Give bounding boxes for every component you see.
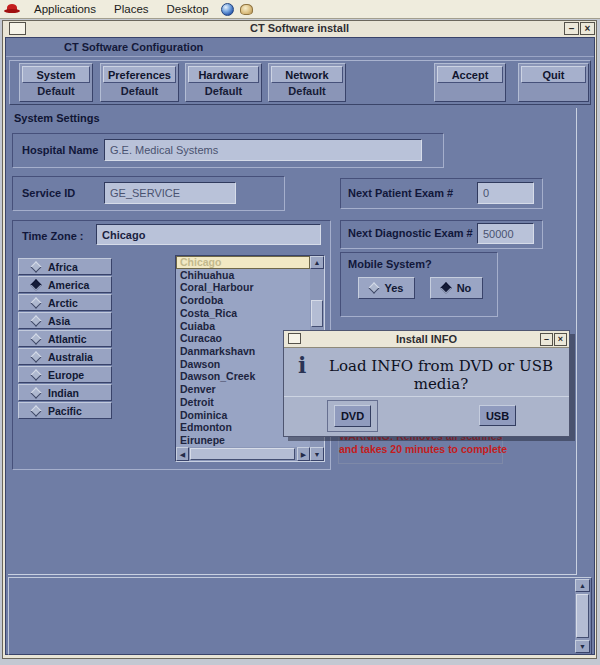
radio-diamond-icon bbox=[30, 315, 41, 326]
toolbar-button[interactable]: System bbox=[22, 66, 90, 83]
timezone-input[interactable] bbox=[96, 224, 321, 245]
toolbar-button[interactable]: Preferences bbox=[103, 66, 176, 83]
toolbar-button[interactable]: Hardware bbox=[188, 66, 259, 83]
dvd-button[interactable]: DVD bbox=[334, 405, 371, 427]
radio-diamond-icon bbox=[440, 282, 451, 293]
menu-places[interactable]: Places bbox=[108, 2, 155, 16]
section-title: System Settings bbox=[14, 112, 100, 124]
continent-label: Pacific bbox=[48, 405, 82, 417]
web-browser-icon[interactable] bbox=[221, 3, 234, 16]
dialog-title: Install INFO bbox=[284, 333, 569, 345]
gnome-menu-bar: Applications Places Desktop bbox=[0, 0, 600, 19]
continent-button[interactable]: Arctic bbox=[18, 294, 112, 311]
toolbar-button[interactable]: Accept bbox=[437, 66, 503, 83]
radio-diamond-icon bbox=[30, 351, 41, 362]
radio-diamond-icon bbox=[30, 405, 41, 416]
service-id-label: Service ID bbox=[22, 187, 75, 199]
toolbar-group: Quit bbox=[518, 63, 589, 102]
toolbar-default-label bbox=[437, 83, 503, 99]
mobile-system-label: Mobile System? bbox=[348, 258, 432, 270]
toolbar-group: Accept bbox=[434, 63, 506, 102]
toolbar-default-label: Default bbox=[22, 83, 90, 99]
radio-diamond-icon bbox=[30, 297, 41, 308]
install-info-dialog: Install INFO – × i Load INFO from DVD or… bbox=[283, 330, 570, 437]
dialog-titlebar[interactable]: Install INFO – × bbox=[284, 331, 569, 348]
message-area bbox=[8, 577, 592, 655]
toolbar-default-label bbox=[521, 83, 586, 99]
hospital-name-label: Hospital Name bbox=[22, 144, 98, 156]
dialog-close-button[interactable]: × bbox=[554, 333, 567, 346]
dialog-minimize-button[interactable]: – bbox=[540, 333, 553, 346]
message-vscrollbar-thumb[interactable] bbox=[576, 594, 589, 638]
scroll-down-icon[interactable]: ▼ bbox=[575, 640, 590, 653]
scroll-up-icon[interactable]: ▲ bbox=[575, 579, 590, 592]
continent-label: Europe bbox=[48, 369, 84, 381]
radio-diamond-icon bbox=[30, 279, 41, 290]
continent-label: Asia bbox=[48, 315, 70, 327]
mobile-option-button[interactable]: No bbox=[430, 277, 483, 299]
mobile-option-button[interactable]: Yes bbox=[358, 277, 415, 299]
continent-button[interactable]: Asia bbox=[18, 312, 112, 329]
toolbar-default-label: Default bbox=[188, 83, 259, 99]
continent-button[interactable]: Atlantic bbox=[18, 330, 112, 347]
city-list-item[interactable]: Costa_Rica bbox=[176, 307, 310, 320]
city-list-item[interactable]: Chihuahua bbox=[176, 269, 310, 282]
warning-line-2: and takes 20 minutes to complete bbox=[339, 443, 502, 456]
continent-button[interactable]: Africa bbox=[18, 258, 112, 275]
window-titlebar[interactable]: CT Software install – × bbox=[2, 20, 597, 37]
minimize-button[interactable]: – bbox=[564, 22, 579, 35]
city-list-item[interactable]: Coral_Harbour bbox=[176, 281, 310, 294]
dialog-message: Load INFO from DVD or USB media? bbox=[318, 357, 564, 393]
scroll-right-icon[interactable]: ▶ bbox=[297, 447, 310, 461]
city-list-item[interactable]: Cordoba bbox=[176, 294, 310, 307]
scroll-up-icon[interactable]: ▲ bbox=[310, 256, 324, 269]
scroll-left-icon[interactable]: ◀ bbox=[176, 447, 189, 461]
launcher-icon[interactable] bbox=[240, 4, 253, 15]
continent-label: Indian bbox=[48, 387, 79, 399]
next-patient-input[interactable] bbox=[477, 182, 534, 204]
toolbar-group: Hardware Default bbox=[185, 63, 262, 102]
menu-desktop[interactable]: Desktop bbox=[161, 2, 215, 16]
continent-button[interactable]: Pacific bbox=[18, 402, 112, 419]
service-id-input[interactable] bbox=[104, 182, 236, 204]
desktop: Applications Places Desktop CT Software … bbox=[0, 0, 600, 665]
continent-list: Africa America Arctic Asia Atlantic Aust… bbox=[18, 258, 112, 419]
redhat-logo-icon[interactable] bbox=[4, 3, 20, 15]
toolbar-default-label: Default bbox=[103, 83, 176, 99]
header-separator bbox=[6, 56, 594, 57]
window-title: CT Software install bbox=[2, 22, 597, 34]
toolbar-default-label: Default bbox=[271, 83, 343, 99]
continent-label: Africa bbox=[48, 261, 78, 273]
city-list-item[interactable]: Chicago bbox=[176, 256, 310, 269]
city-hscrollbar-thumb[interactable] bbox=[190, 448, 295, 460]
city-vscrollbar-thumb[interactable] bbox=[311, 300, 323, 327]
continent-label: Atlantic bbox=[48, 333, 87, 345]
next-diagnostic-label: Next Diagnostic Exam # bbox=[348, 227, 473, 239]
close-button[interactable]: × bbox=[580, 22, 595, 35]
dialog-separator bbox=[284, 396, 569, 397]
continent-label: America bbox=[48, 279, 89, 291]
radio-diamond-icon bbox=[30, 387, 41, 398]
usb-button[interactable]: USB bbox=[479, 405, 516, 426]
mobile-option-label: No bbox=[457, 282, 472, 294]
continent-button[interactable]: Europe bbox=[18, 366, 112, 383]
radio-diamond-icon bbox=[30, 261, 41, 272]
dvd-button-focus-ring: DVD bbox=[327, 400, 378, 432]
toolbar-group: Preferences Default bbox=[100, 63, 179, 102]
toolbar-button[interactable]: Network bbox=[271, 66, 343, 83]
mobile-option-label: Yes bbox=[385, 282, 404, 294]
menu-applications[interactable]: Applications bbox=[28, 2, 102, 16]
next-patient-label: Next Patient Exam # bbox=[348, 187, 453, 199]
radio-diamond-icon bbox=[368, 282, 379, 293]
continent-label: Australia bbox=[48, 351, 93, 363]
hospital-name-input[interactable] bbox=[104, 139, 422, 161]
continent-button[interactable]: Indian bbox=[18, 384, 112, 401]
continent-label: Arctic bbox=[48, 297, 78, 309]
info-icon: i bbox=[298, 352, 306, 378]
scroll-down-icon[interactable]: ▼ bbox=[310, 447, 324, 461]
toolbar-button[interactable]: Quit bbox=[521, 66, 586, 83]
continent-button[interactable]: America bbox=[18, 276, 112, 293]
next-diagnostic-input[interactable] bbox=[477, 223, 534, 244]
radio-diamond-icon bbox=[30, 333, 41, 344]
continent-button[interactable]: Australia bbox=[18, 348, 112, 365]
